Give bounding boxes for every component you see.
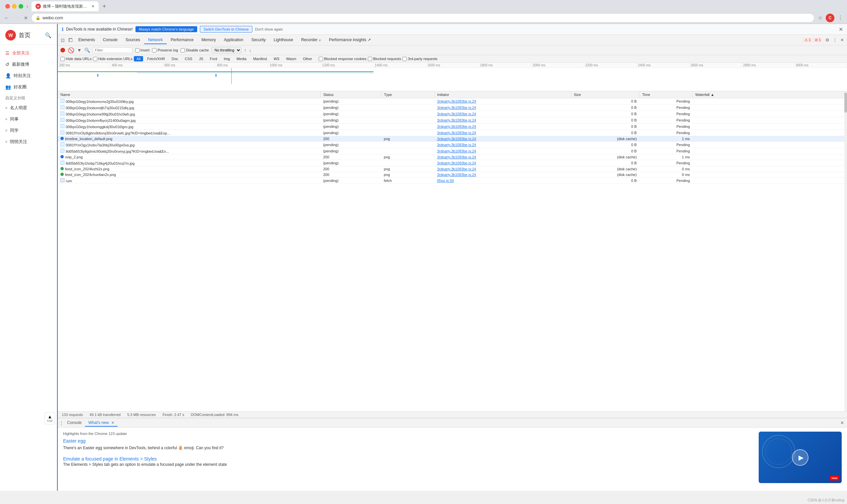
- window-close-button[interactable]: [5, 4, 10, 8]
- cell-initiator[interactable]: 3rdparty,3b1083be.js:24: [434, 124, 571, 130]
- cell-initiator[interactable]: 3rdparty,3b1083be.js:24: [434, 155, 571, 160]
- nav-forward-button[interactable]: →: [13, 14, 21, 22]
- sidebar-item-quiet-follow[interactable]: 悄悄关注: [0, 136, 57, 147]
- back-button[interactable]: ‹: [25, 3, 30, 10]
- profile-avatar[interactable]: C: [826, 14, 834, 22]
- cell-initiator[interactable]: 3rdparty,3b1083be.js:24: [434, 160, 571, 166]
- close-whats-new-button[interactable]: ✕: [111, 421, 114, 425]
- cell-initiator[interactable]: 3rdparty,3b1083be.js:24: [434, 172, 571, 178]
- clear-button[interactable]: 🚫: [68, 47, 74, 53]
- table-row[interactable]: feed_icon_2024lvzhi2x.png 200 png 3rdpar…: [58, 166, 844, 172]
- filter-css-button[interactable]: CSS: [182, 56, 195, 61]
- devtools-inspect-button[interactable]: ⊡: [59, 37, 67, 44]
- table-row[interactable]: rum (pending) fetch 05po.js:59 0 B Pendi…: [58, 178, 844, 184]
- filter-img-button[interactable]: Img: [221, 56, 232, 61]
- sidebar-item-all-follows[interactable]: ☰ 全部关注: [0, 48, 57, 59]
- filter-wasm-button[interactable]: Wasm: [284, 56, 299, 61]
- browser-tab[interactable]: W 微博 – 随时随地发现新鲜事 ✕: [32, 1, 98, 11]
- table-row[interactable]: vvip_2.png 200 png 3rdparty,3b1083be.js:…: [58, 155, 844, 160]
- sidebar-item-latest[interactable]: ↺ 最新微博: [0, 59, 57, 70]
- record-button[interactable]: [60, 48, 65, 52]
- table-row[interactable]: 8d05b653ly1hobp716kg4j20u01hcq7m.jpg (pe…: [58, 160, 844, 166]
- filter-font-button[interactable]: Font: [207, 56, 220, 61]
- cell-initiator[interactable]: 3rdparty,3b1083be.js:24: [434, 148, 571, 155]
- tab-elements[interactable]: Elements: [74, 36, 99, 44]
- sidebar-item-special[interactable]: 👤 特别关注: [0, 70, 57, 82]
- devtools-more-button[interactable]: ⋮: [831, 37, 839, 43]
- throttle-select[interactable]: No throttling: [212, 47, 241, 53]
- feature-easter-egg-title[interactable]: Easter egg: [63, 438, 753, 444]
- table-row[interactable]: 0081fYmOly8gjhrx8dsvvj30ro0rowfc.jpg?KID…: [58, 130, 844, 136]
- col-status[interactable]: Status: [320, 91, 381, 98]
- col-time[interactable]: Time: [639, 91, 692, 98]
- nav-back-button[interactable]: ←: [3, 14, 11, 22]
- filter-input[interactable]: [93, 47, 132, 53]
- tab-recorder[interactable]: Recorder ⌕: [297, 36, 325, 44]
- filter-toggle-button[interactable]: ▼: [77, 48, 82, 53]
- scrollbar-thumb[interactable]: [844, 93, 847, 112]
- col-name[interactable]: Name: [58, 91, 320, 98]
- preserve-log-checkbox[interactable]: Preserve log: [152, 48, 178, 52]
- cell-initiator[interactable]: 3rdparty,3b1083be.js:24: [434, 166, 571, 172]
- cell-initiator[interactable]: 3rdparty,3b1083be.js:24: [434, 117, 571, 124]
- dont-show-again-button[interactable]: Don't show again: [255, 27, 283, 31]
- filter-fetch-xhr-button[interactable]: Fetch/XHR: [144, 56, 168, 61]
- import-button[interactable]: ↑: [244, 48, 246, 53]
- sidebar-item-friends[interactable]: 👥 好友圈: [0, 82, 57, 93]
- filter-js-button[interactable]: JS: [196, 56, 206, 61]
- filter-doc-button[interactable]: Doc: [169, 56, 181, 61]
- tab-lighthouse[interactable]: Lighthouse: [270, 36, 297, 44]
- bottom-tab-whats-new[interactable]: What's new ✕: [85, 419, 118, 427]
- match-language-button[interactable]: Always match Chrome's language: [136, 26, 197, 32]
- col-size[interactable]: Size: [571, 91, 639, 98]
- sidebar-item-celebrities[interactable]: 名人明星: [0, 102, 57, 113]
- cell-initiator[interactable]: 05po.js:59: [434, 178, 571, 184]
- blocked-requests-checkbox[interactable]: Blocked requests: [368, 57, 401, 61]
- tab-security[interactable]: Security: [247, 36, 270, 44]
- filter-media-button[interactable]: Media: [234, 56, 249, 61]
- nav-reload-button[interactable]: ✕: [22, 15, 29, 21]
- tab-performance-insights[interactable]: Performance insights ↗: [325, 36, 375, 44]
- devtools-device-button[interactable]: ⧠: [67, 37, 74, 44]
- tab-console[interactable]: Console: [99, 36, 122, 44]
- table-row[interactable]: 8d05b653ly8gdmic90okkj20ro0romyj.jpg?KID…: [58, 148, 844, 155]
- sidebar-search-button[interactable]: 🔍: [45, 32, 52, 38]
- hide-extension-urls-checkbox[interactable]: Hide extension URLs: [93, 57, 132, 61]
- tab-network[interactable]: Network: [144, 36, 167, 44]
- address-bar[interactable]: 🔒 weibo.com: [31, 13, 814, 22]
- hide-data-urls-checkbox[interactable]: Hide data URLs: [60, 57, 92, 61]
- filter-all-button[interactable]: All: [134, 56, 143, 61]
- devtools-close-button[interactable]: ✕: [839, 37, 846, 43]
- tab-sources[interactable]: Sources: [122, 36, 144, 44]
- disable-cache-checkbox[interactable]: Disable cache: [181, 48, 209, 52]
- window-maximize-button[interactable]: [19, 4, 23, 8]
- table-scrollbar[interactable]: [844, 91, 847, 411]
- cell-initiator[interactable]: 3rdparty,3b1083be.js:24: [434, 111, 571, 117]
- col-type[interactable]: Type: [381, 91, 434, 98]
- cell-initiator[interactable]: 3rdparty,3b1083be.js:24: [434, 136, 571, 142]
- bottom-panel-menu[interactable]: ⋮: [59, 420, 64, 426]
- filter-manifest-button[interactable]: Manifest: [250, 56, 270, 61]
- devtools-settings-button[interactable]: ⚙: [824, 37, 831, 43]
- table-row[interactable]: 008qxG0egy1hobomcms2jj30u01t0tby.jpg (pe…: [58, 98, 844, 105]
- window-minimize-button[interactable]: [12, 4, 17, 8]
- filter-ws-button[interactable]: WS: [271, 56, 282, 61]
- table-row[interactable]: 008qxG0egy1hobomggkslj30u01t0gro.jpg (pe…: [58, 124, 844, 130]
- table-row[interactable]: 008qxG0egy1hobomdjh7sj30u0215dlq.jpg (pe…: [58, 105, 844, 111]
- tab-close-icon[interactable]: ✕: [91, 4, 95, 8]
- bottom-tab-console[interactable]: Console: [64, 419, 85, 427]
- third-party-checkbox[interactable]: 3rd-party requests: [402, 57, 437, 61]
- tab-memory[interactable]: Memory: [198, 36, 220, 44]
- col-waterfall[interactable]: Waterfall ▲: [692, 91, 844, 98]
- table-row[interactable]: 0081fYmOgy1hobv7la3hbj30u00gv0xa.jpg (pe…: [58, 142, 844, 148]
- table-row[interactable]: 008qxG0egy1hobome99tjj30u01hc0wh.jpg (pe…: [58, 111, 844, 117]
- new-tab-button[interactable]: +: [101, 3, 108, 10]
- table-row[interactable]: timeline_location_default.png 200 png 3r…: [58, 136, 844, 142]
- filter-search-button[interactable]: 🔍: [84, 48, 90, 53]
- cell-initiator[interactable]: 3rdparty,3b1083be.js:24: [434, 98, 571, 105]
- cell-initiator[interactable]: 3rdparty,3b1083be.js:24: [434, 142, 571, 148]
- cell-initiator[interactable]: 3rdparty,3b1083be.js:24: [434, 130, 571, 136]
- bookmark-button[interactable]: ☆: [816, 14, 824, 22]
- sidebar-item-colleagues[interactable]: 同事: [0, 113, 57, 125]
- bottom-panel-close-button[interactable]: ✕: [839, 419, 846, 426]
